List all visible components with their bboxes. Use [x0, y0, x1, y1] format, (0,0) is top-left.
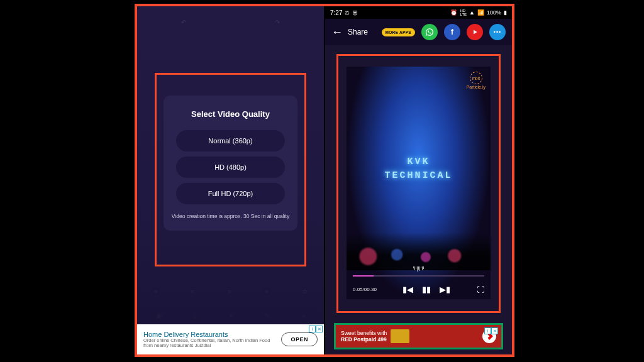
share-label: Share [348, 28, 368, 36]
editor-top-row: ↶↷ [137, 19, 324, 26]
next-icon[interactable]: ▶▮ [440, 285, 450, 294]
signal-icon: 📶 [477, 9, 484, 16]
pause-icon[interactable]: ▮▮ [422, 285, 431, 294]
ad-left-desc: Order online Chinese, Continental, Itali… [143, 338, 276, 349]
ad-banner-left[interactable]: Home Delivery Restaurants Order online C… [137, 324, 324, 354]
more-apps-button[interactable]: MORE APPS [382, 28, 415, 36]
phone-left: ↶↷ Select Video Quality Normal (360p) HD… [137, 6, 324, 354]
video-thumbnail: mbit Particle.ly KVK TECHNICAL [347, 67, 491, 299]
quality-option-normal[interactable]: Normal (360p) [176, 130, 285, 151]
playback-time: 0.05/00.30 [353, 287, 377, 292]
ad-left-title: Home Delivery Restaurants [143, 331, 276, 338]
status-time: 7:27 ⛭ ⛨ [330, 9, 358, 16]
phone-right: 7:27 ⛭ ⛨ ⏰ HDLTE ▲ 📶 100% ▮ ← Share MORE… [325, 6, 512, 354]
facebook-icon[interactable]: f [444, 24, 460, 40]
quality-dialog-title: Select Video Quality [171, 109, 290, 119]
adchoices-icon[interactable]: i [309, 326, 316, 332]
ad-close-icon[interactable]: ✕ [316, 326, 323, 332]
youtube-icon[interactable] [467, 24, 483, 40]
equalizer-icon [347, 266, 491, 272]
ad-close-icon[interactable]: ✕ [491, 327, 498, 334]
quality-option-hd[interactable]: HD (480p) [176, 156, 285, 178]
fullscreen-icon[interactable]: ⛶ [477, 285, 484, 294]
battery-text: 100% [487, 9, 501, 16]
player-controls: 0.05/00.30 ▮◀ ▮▮ ▶▮ ⛶ [347, 272, 491, 299]
quality-dialog: Select Video Quality Normal (360p) HD (4… [164, 96, 297, 231]
video-overlay-text: KVK TECHNICAL [347, 155, 491, 184]
alarm-icon: ⏰ [450, 9, 457, 16]
volte-icon: HDLTE [460, 9, 467, 16]
previous-icon[interactable]: ▮◀ [402, 285, 413, 294]
share-toolbar: ← Share MORE APPS f ••• [325, 19, 512, 45]
whatsapp-icon[interactable] [421, 24, 438, 40]
status-icons: ⏰ HDLTE ▲ 📶 100% ▮ [450, 9, 507, 16]
watermark-logo: mbit Particle.ly [467, 72, 486, 89]
quality-option-fullhd[interactable]: Full HD (720p) [176, 183, 285, 204]
ad-banner-right[interactable]: Sweet benefits with RED Postpaid 499 i ✕ [334, 323, 503, 349]
quality-note: Video creation time is approx. 30 Sec in… [171, 213, 290, 219]
ad-right-image [391, 329, 409, 343]
video-player[interactable]: mbit Particle.ly KVK TECHNICAL [347, 67, 491, 299]
ad-right-text: Sweet benefits with RED Postpaid 499 [341, 330, 387, 343]
screenshot-frame: ↶↷ Select Video Quality Normal (360p) HD… [135, 4, 514, 357]
battery-icon: ▮ [504, 9, 507, 16]
adchoices-icon[interactable]: i [484, 327, 491, 334]
android-status-bar: 7:27 ⛭ ⛨ ⏰ HDLTE ▲ 📶 100% ▮ [325, 6, 512, 19]
more-icon[interactable]: ••• [489, 24, 506, 40]
ad-left-open-button[interactable]: OPEN [281, 332, 318, 346]
ad-right-badge: i ✕ [484, 327, 498, 334]
editor-effect-row: ○○○○☆ [137, 288, 324, 295]
ad-left-badge: i ✕ [309, 326, 323, 332]
back-arrow-icon[interactable]: ← [331, 26, 343, 39]
wifi-icon: ▲ [469, 9, 475, 16]
editor-tool-row: ▣♫✦✎⇥ [137, 312, 324, 319]
progress-bar[interactable] [353, 275, 484, 277]
video-crowd-silhouette [347, 233, 491, 270]
